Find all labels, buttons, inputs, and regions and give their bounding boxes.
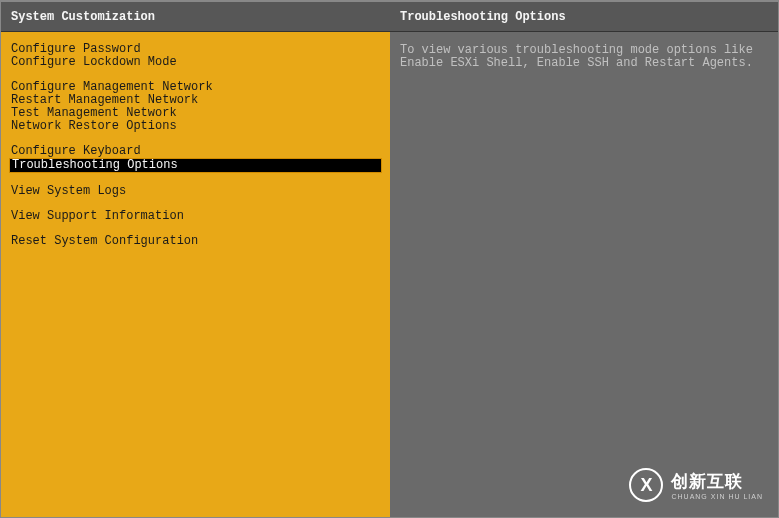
- menu-group-1: Configure Management Network Restart Man…: [9, 81, 382, 133]
- detail-text: To view various troubleshooting mode opt…: [390, 32, 778, 82]
- menu-view-support-information[interactable]: View Support Information: [9, 210, 382, 223]
- menu-group-4: View Support Information: [9, 210, 382, 223]
- menu-configure-keyboard[interactable]: Configure Keyboard: [9, 145, 382, 158]
- menu-network-restore-options[interactable]: Network Restore Options: [9, 120, 382, 133]
- right-title: Troubleshooting Options: [400, 10, 566, 24]
- watermark-sub: CHUANG XIN HU LIAN: [671, 493, 763, 500]
- watermark-text: 创新互联 CHUANG XIN HU LIAN: [671, 470, 763, 500]
- menu-view-system-logs[interactable]: View System Logs: [9, 185, 382, 198]
- watermark-icon: X: [629, 468, 663, 502]
- watermark-main: 创新互联: [671, 470, 763, 493]
- menu-group-3: View System Logs: [9, 185, 382, 198]
- left-panel: System Customization Configure Password …: [1, 1, 390, 517]
- left-title: System Customization: [11, 10, 155, 24]
- menu-section: Configure Password Configure Lockdown Mo…: [1, 32, 390, 260]
- right-panel: Troubleshooting Options To view various …: [390, 1, 778, 517]
- menu-troubleshooting-wrap: Troubleshooting Options: [9, 158, 382, 173]
- left-header: System Customization: [1, 1, 390, 32]
- right-header: Troubleshooting Options: [390, 1, 778, 32]
- watermark: X 创新互联 CHUANG XIN HU LIAN: [629, 468, 763, 502]
- menu-reset-system-configuration[interactable]: Reset System Configuration: [9, 235, 382, 248]
- menu-troubleshooting-options[interactable]: Troubleshooting Options: [10, 159, 381, 172]
- menu-group-2: Configure Keyboard Troubleshooting Optio…: [9, 145, 382, 173]
- menu-group-0: Configure Password Configure Lockdown Mo…: [9, 43, 382, 69]
- menu-configure-lockdown-mode[interactable]: Configure Lockdown Mode: [9, 56, 382, 69]
- menu-group-5: Reset System Configuration: [9, 235, 382, 248]
